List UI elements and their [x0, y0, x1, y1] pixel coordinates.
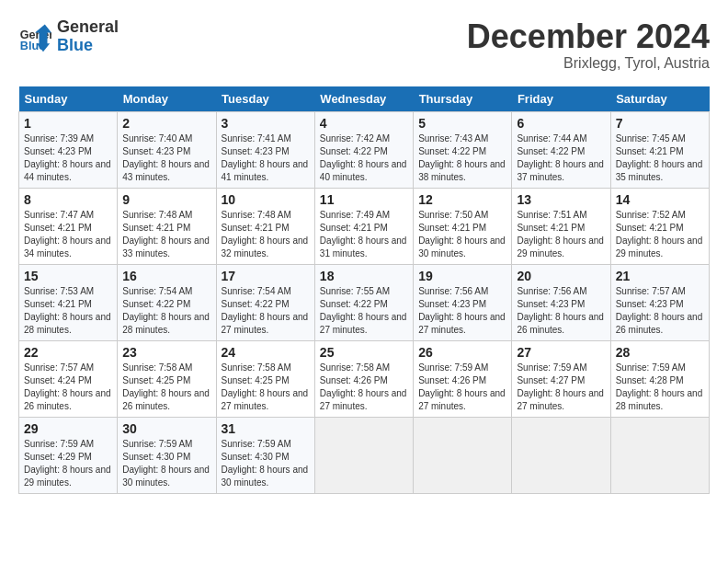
- day-number: 5: [418, 116, 506, 131]
- title-area: December 2024 Brixlegg, Tyrol, Austria: [467, 18, 710, 72]
- calendar-cell: 26Sunrise: 7:59 AMSunset: 4:26 PMDayligh…: [414, 340, 512, 417]
- day-info: Sunrise: 7:58 AMSunset: 4:25 PMDaylight:…: [122, 362, 210, 413]
- day-info: Sunrise: 7:40 AMSunset: 4:23 PMDaylight:…: [122, 132, 210, 184]
- logo-icon: General Blue: [18, 20, 51, 53]
- day-number: 12: [418, 192, 506, 207]
- day-number: 21: [616, 269, 704, 283]
- calendar-cell: 2Sunrise: 7:40 AMSunset: 4:23 PMDaylight…: [118, 111, 216, 188]
- logo: General Blue General Blue: [18, 18, 119, 55]
- day-info: Sunrise: 7:56 AMSunset: 4:23 PMDaylight:…: [418, 285, 506, 337]
- day-info: Sunrise: 7:42 AMSunset: 4:22 PMDaylight:…: [320, 132, 408, 184]
- day-info: Sunrise: 7:43 AMSunset: 4:22 PMDaylight:…: [418, 132, 506, 184]
- day-number: 11: [320, 192, 408, 207]
- day-number: 18: [320, 269, 408, 283]
- calendar-cell: 4Sunrise: 7:42 AMSunset: 4:22 PMDaylight…: [314, 111, 413, 188]
- day-info: Sunrise: 7:41 AMSunset: 4:23 PMDaylight:…: [222, 132, 310, 184]
- day-info: Sunrise: 7:39 AMSunset: 4:23 PMDaylight:…: [24, 132, 112, 184]
- calendar-cell: [512, 417, 610, 493]
- calendar-table: SundayMondayTuesdayWednesdayThursdayFrid…: [18, 86, 710, 494]
- day-number: 16: [122, 269, 210, 283]
- calendar-cell: 6Sunrise: 7:44 AMSunset: 4:22 PMDaylight…: [512, 111, 610, 188]
- calendar-cell: 15Sunrise: 7:53 AMSunset: 4:21 PMDayligh…: [19, 264, 118, 340]
- calendar-cell: 10Sunrise: 7:48 AMSunset: 4:21 PMDayligh…: [216, 188, 314, 264]
- calendar-week-row: 22Sunrise: 7:57 AMSunset: 4:24 PMDayligh…: [19, 340, 710, 417]
- day-number: 19: [418, 269, 506, 283]
- day-info: Sunrise: 7:59 AMSunset: 4:28 PMDaylight:…: [616, 362, 704, 413]
- column-header-wednesday: Wednesday: [314, 86, 413, 112]
- calendar-cell: 30Sunrise: 7:59 AMSunset: 4:30 PMDayligh…: [118, 417, 216, 493]
- calendar-cell: 20Sunrise: 7:56 AMSunset: 4:23 PMDayligh…: [512, 264, 610, 340]
- calendar-cell: [610, 417, 709, 493]
- calendar-cell: 25Sunrise: 7:58 AMSunset: 4:26 PMDayligh…: [314, 340, 413, 417]
- day-number: 6: [517, 116, 605, 131]
- calendar-cell: 7Sunrise: 7:45 AMSunset: 4:21 PMDaylight…: [610, 111, 709, 188]
- calendar-header-row: SundayMondayTuesdayWednesdayThursdayFrid…: [19, 86, 710, 112]
- day-info: Sunrise: 7:58 AMSunset: 4:26 PMDaylight:…: [320, 362, 408, 413]
- day-number: 15: [24, 269, 112, 283]
- day-number: 22: [24, 345, 112, 360]
- day-info: Sunrise: 7:58 AMSunset: 4:25 PMDaylight:…: [222, 362, 310, 413]
- column-header-friday: Friday: [512, 86, 610, 112]
- calendar-week-row: 8Sunrise: 7:47 AMSunset: 4:21 PMDaylight…: [19, 188, 710, 264]
- day-info: Sunrise: 7:54 AMSunset: 4:22 PMDaylight:…: [122, 285, 210, 337]
- day-number: 27: [517, 345, 605, 360]
- header: General Blue General Blue December 2024 …: [18, 18, 710, 72]
- month-title: December 2024: [467, 18, 710, 55]
- calendar-cell: 19Sunrise: 7:56 AMSunset: 4:23 PMDayligh…: [414, 264, 512, 340]
- day-number: 3: [222, 116, 310, 131]
- day-number: 20: [517, 269, 605, 283]
- day-info: Sunrise: 7:48 AMSunset: 4:21 PMDaylight:…: [222, 209, 310, 260]
- column-header-sunday: Sunday: [19, 86, 118, 112]
- logo-line2: Blue: [57, 36, 93, 54]
- calendar-cell: 24Sunrise: 7:58 AMSunset: 4:25 PMDayligh…: [216, 340, 314, 417]
- day-number: 30: [122, 421, 210, 436]
- day-info: Sunrise: 7:57 AMSunset: 4:23 PMDaylight:…: [616, 285, 704, 337]
- day-number: 8: [24, 192, 112, 207]
- day-info: Sunrise: 7:48 AMSunset: 4:21 PMDaylight:…: [122, 209, 210, 260]
- day-info: Sunrise: 7:50 AMSunset: 4:21 PMDaylight:…: [418, 209, 506, 260]
- calendar-cell: 1Sunrise: 7:39 AMSunset: 4:23 PMDaylight…: [19, 111, 118, 188]
- day-number: 1: [24, 116, 112, 131]
- logo-line1: General: [57, 18, 119, 37]
- day-info: Sunrise: 7:59 AMSunset: 4:30 PMDaylight:…: [122, 438, 210, 489]
- day-number: 17: [222, 269, 310, 283]
- day-info: Sunrise: 7:51 AMSunset: 4:21 PMDaylight:…: [517, 209, 605, 260]
- column-header-saturday: Saturday: [610, 86, 709, 112]
- day-info: Sunrise: 7:45 AMSunset: 4:21 PMDaylight:…: [616, 132, 704, 184]
- day-number: 14: [616, 192, 704, 207]
- day-number: 25: [320, 345, 408, 360]
- calendar-cell: 27Sunrise: 7:59 AMSunset: 4:27 PMDayligh…: [512, 340, 610, 417]
- column-header-tuesday: Tuesday: [216, 86, 314, 112]
- column-header-thursday: Thursday: [414, 86, 512, 112]
- day-info: Sunrise: 7:54 AMSunset: 4:22 PMDaylight:…: [222, 285, 310, 337]
- day-number: 26: [418, 345, 506, 360]
- calendar-cell: 9Sunrise: 7:48 AMSunset: 4:21 PMDaylight…: [118, 188, 216, 264]
- day-info: Sunrise: 7:52 AMSunset: 4:21 PMDaylight:…: [616, 209, 704, 260]
- calendar-cell: 3Sunrise: 7:41 AMSunset: 4:23 PMDaylight…: [216, 111, 314, 188]
- day-number: 10: [222, 192, 310, 207]
- calendar-cell: 23Sunrise: 7:58 AMSunset: 4:25 PMDayligh…: [118, 340, 216, 417]
- day-info: Sunrise: 7:47 AMSunset: 4:21 PMDaylight:…: [24, 209, 112, 260]
- calendar-cell: 11Sunrise: 7:49 AMSunset: 4:21 PMDayligh…: [314, 188, 413, 264]
- calendar-cell: 14Sunrise: 7:52 AMSunset: 4:21 PMDayligh…: [610, 188, 709, 264]
- day-info: Sunrise: 7:59 AMSunset: 4:30 PMDaylight:…: [222, 438, 310, 489]
- calendar-cell: 16Sunrise: 7:54 AMSunset: 4:22 PMDayligh…: [118, 264, 216, 340]
- calendar-cell: 31Sunrise: 7:59 AMSunset: 4:30 PMDayligh…: [216, 417, 314, 493]
- day-number: 29: [24, 421, 112, 436]
- calendar-cell: 29Sunrise: 7:59 AMSunset: 4:29 PMDayligh…: [19, 417, 118, 493]
- calendar-cell: 28Sunrise: 7:59 AMSunset: 4:28 PMDayligh…: [610, 340, 709, 417]
- day-info: Sunrise: 7:49 AMSunset: 4:21 PMDaylight:…: [320, 209, 408, 260]
- day-info: Sunrise: 7:55 AMSunset: 4:22 PMDaylight:…: [320, 285, 408, 337]
- calendar-cell: 13Sunrise: 7:51 AMSunset: 4:21 PMDayligh…: [512, 188, 610, 264]
- day-info: Sunrise: 7:59 AMSunset: 4:27 PMDaylight:…: [517, 362, 605, 413]
- day-number: 24: [222, 345, 310, 360]
- calendar-cell: 5Sunrise: 7:43 AMSunset: 4:22 PMDaylight…: [414, 111, 512, 188]
- day-number: 28: [616, 345, 704, 360]
- calendar-cell: 17Sunrise: 7:54 AMSunset: 4:22 PMDayligh…: [216, 264, 314, 340]
- day-number: 2: [122, 116, 210, 131]
- logo-text: General Blue: [57, 18, 119, 55]
- calendar-cell: 22Sunrise: 7:57 AMSunset: 4:24 PMDayligh…: [19, 340, 118, 417]
- day-info: Sunrise: 7:59 AMSunset: 4:29 PMDaylight:…: [24, 438, 112, 489]
- day-number: 7: [616, 116, 704, 131]
- day-info: Sunrise: 7:56 AMSunset: 4:23 PMDaylight:…: [517, 285, 605, 337]
